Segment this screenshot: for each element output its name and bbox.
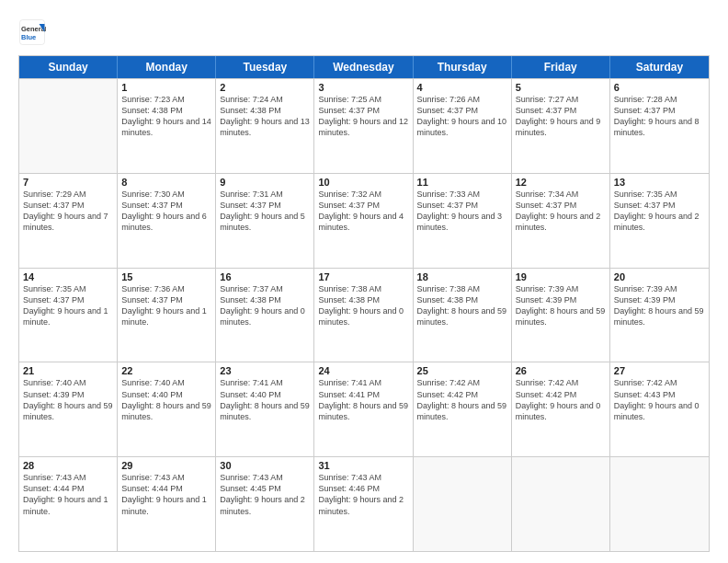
day-number: 27 [614, 365, 705, 376]
day-info: Sunrise: 7:35 AMSunset: 4:37 PMDaylight:… [614, 189, 705, 234]
header-thursday: Thursday [414, 56, 512, 78]
day-number: 2 [220, 82, 310, 93]
day-number: 13 [614, 177, 705, 188]
day-info: Sunrise: 7:25 AMSunset: 4:37 PMDaylight:… [318, 94, 408, 139]
day-number: 21 [23, 365, 113, 376]
day-number: 19 [516, 271, 606, 282]
day-number: 10 [318, 177, 408, 188]
calendar-cell: 13Sunrise: 7:35 AMSunset: 4:37 PMDayligh… [610, 174, 709, 268]
day-number: 16 [220, 271, 310, 282]
calendar-cell: 16Sunrise: 7:37 AMSunset: 4:38 PMDayligh… [216, 269, 314, 362]
header-friday: Friday [512, 56, 610, 78]
day-number: 30 [220, 460, 310, 471]
day-number: 25 [417, 365, 507, 376]
day-info: Sunrise: 7:39 AMSunset: 4:39 PMDaylight:… [614, 283, 705, 328]
header-monday: Monday [118, 56, 216, 78]
day-number: 23 [220, 365, 310, 376]
calendar-cell: 7Sunrise: 7:29 AMSunset: 4:37 PMDaylight… [19, 174, 118, 268]
calendar-row-2: 7Sunrise: 7:29 AMSunset: 4:37 PMDaylight… [19, 173, 709, 268]
day-info: Sunrise: 7:42 AMSunset: 4:43 PMDaylight:… [614, 377, 705, 422]
day-info: Sunrise: 7:42 AMSunset: 4:42 PMDaylight:… [417, 377, 507, 422]
calendar-row-3: 14Sunrise: 7:35 AMSunset: 4:37 PMDayligh… [19, 268, 709, 362]
calendar-cell: 26Sunrise: 7:42 AMSunset: 4:42 PMDayligh… [512, 362, 610, 456]
calendar-cell: 3Sunrise: 7:25 AMSunset: 4:37 PMDaylight… [314, 79, 413, 173]
header-wednesday: Wednesday [314, 56, 413, 78]
calendar-cell [610, 457, 709, 551]
calendar-cell: 9Sunrise: 7:31 AMSunset: 4:37 PMDaylight… [216, 174, 314, 268]
calendar-row-1: 1Sunrise: 7:23 AMSunset: 4:38 PMDaylight… [19, 78, 709, 173]
calendar-cell: 19Sunrise: 7:39 AMSunset: 4:39 PMDayligh… [512, 269, 610, 362]
calendar-cell: 31Sunrise: 7:43 AMSunset: 4:46 PMDayligh… [314, 457, 413, 551]
day-info: Sunrise: 7:28 AMSunset: 4:37 PMDaylight:… [614, 94, 705, 139]
calendar-cell: 5Sunrise: 7:27 AMSunset: 4:37 PMDaylight… [512, 79, 610, 173]
day-number: 5 [516, 82, 606, 93]
calendar-cell: 29Sunrise: 7:43 AMSunset: 4:44 PMDayligh… [118, 457, 216, 551]
day-number: 1 [121, 82, 211, 93]
calendar-cell: 14Sunrise: 7:35 AMSunset: 4:37 PMDayligh… [19, 269, 118, 362]
calendar-header: Sunday Monday Tuesday Wednesday Thursday… [19, 56, 709, 78]
page: General Blue Sunday Monday Tuesday Wedne… [0, 0, 728, 563]
day-info: Sunrise: 7:34 AMSunset: 4:37 PMDaylight:… [516, 189, 606, 234]
day-info: Sunrise: 7:38 AMSunset: 4:38 PMDaylight:… [318, 283, 408, 328]
day-info: Sunrise: 7:41 AMSunset: 4:40 PMDaylight:… [220, 377, 310, 422]
day-info: Sunrise: 7:41 AMSunset: 4:41 PMDaylight:… [318, 377, 408, 422]
day-number: 26 [516, 365, 606, 376]
calendar-cell: 6Sunrise: 7:28 AMSunset: 4:37 PMDaylight… [610, 79, 709, 173]
calendar-cell: 8Sunrise: 7:30 AMSunset: 4:37 PMDaylight… [118, 174, 216, 268]
day-number: 28 [23, 460, 113, 471]
day-info: Sunrise: 7:39 AMSunset: 4:39 PMDaylight:… [516, 283, 606, 328]
day-number: 12 [516, 177, 606, 188]
calendar-cell: 10Sunrise: 7:32 AMSunset: 4:37 PMDayligh… [314, 174, 413, 268]
day-number: 18 [417, 271, 507, 282]
calendar: Sunday Monday Tuesday Wednesday Thursday… [18, 55, 710, 552]
header-saturday: Saturday [610, 56, 709, 78]
day-info: Sunrise: 7:27 AMSunset: 4:37 PMDaylight:… [516, 94, 606, 139]
day-info: Sunrise: 7:23 AMSunset: 4:38 PMDaylight:… [121, 94, 211, 139]
day-info: Sunrise: 7:43 AMSunset: 4:46 PMDaylight:… [318, 472, 408, 517]
day-info: Sunrise: 7:35 AMSunset: 4:37 PMDaylight:… [23, 283, 113, 328]
day-number: 3 [318, 82, 408, 93]
day-number: 6 [614, 82, 705, 93]
calendar-row-4: 21Sunrise: 7:40 AMSunset: 4:39 PMDayligh… [19, 362, 709, 456]
day-number: 14 [23, 271, 113, 282]
day-number: 7 [23, 177, 113, 188]
calendar-cell: 18Sunrise: 7:38 AMSunset: 4:38 PMDayligh… [414, 269, 512, 362]
calendar-cell [19, 79, 118, 173]
day-info: Sunrise: 7:37 AMSunset: 4:38 PMDaylight:… [220, 283, 310, 328]
calendar-cell: 11Sunrise: 7:33 AMSunset: 4:37 PMDayligh… [414, 174, 512, 268]
calendar-cell: 4Sunrise: 7:26 AMSunset: 4:37 PMDaylight… [414, 79, 512, 173]
calendar-cell: 25Sunrise: 7:42 AMSunset: 4:42 PMDayligh… [414, 362, 512, 456]
calendar-cell [512, 457, 610, 551]
calendar-cell: 23Sunrise: 7:41 AMSunset: 4:40 PMDayligh… [216, 362, 314, 456]
day-info: Sunrise: 7:43 AMSunset: 4:44 PMDaylight:… [23, 472, 113, 517]
day-info: Sunrise: 7:33 AMSunset: 4:37 PMDaylight:… [417, 189, 507, 234]
day-number: 15 [121, 271, 211, 282]
day-info: Sunrise: 7:30 AMSunset: 4:37 PMDaylight:… [121, 189, 211, 234]
calendar-cell [414, 457, 512, 551]
day-number: 8 [121, 177, 211, 188]
calendar-cell: 27Sunrise: 7:42 AMSunset: 4:43 PMDayligh… [610, 362, 709, 456]
calendar-cell: 24Sunrise: 7:41 AMSunset: 4:41 PMDayligh… [314, 362, 413, 456]
calendar-cell: 1Sunrise: 7:23 AMSunset: 4:38 PMDaylight… [118, 79, 216, 173]
day-info: Sunrise: 7:32 AMSunset: 4:37 PMDaylight:… [318, 189, 408, 234]
day-number: 9 [220, 177, 310, 188]
day-info: Sunrise: 7:40 AMSunset: 4:40 PMDaylight:… [121, 377, 211, 422]
calendar-cell: 17Sunrise: 7:38 AMSunset: 4:38 PMDayligh… [314, 269, 413, 362]
day-number: 22 [121, 365, 211, 376]
calendar-cell: 28Sunrise: 7:43 AMSunset: 4:44 PMDayligh… [19, 457, 118, 551]
calendar-cell: 12Sunrise: 7:34 AMSunset: 4:37 PMDayligh… [512, 174, 610, 268]
logo-icon: General Blue [18, 18, 46, 46]
day-info: Sunrise: 7:24 AMSunset: 4:38 PMDaylight:… [220, 94, 310, 139]
calendar-cell: 15Sunrise: 7:36 AMSunset: 4:37 PMDayligh… [118, 269, 216, 362]
day-info: Sunrise: 7:29 AMSunset: 4:37 PMDaylight:… [23, 189, 113, 234]
day-info: Sunrise: 7:31 AMSunset: 4:37 PMDaylight:… [220, 189, 310, 234]
day-number: 24 [318, 365, 408, 376]
day-number: 20 [614, 271, 705, 282]
calendar-body: 1Sunrise: 7:23 AMSunset: 4:38 PMDaylight… [19, 78, 709, 551]
svg-text:Blue: Blue [21, 33, 36, 41]
day-info: Sunrise: 7:43 AMSunset: 4:44 PMDaylight:… [121, 472, 211, 517]
day-info: Sunrise: 7:42 AMSunset: 4:42 PMDaylight:… [516, 377, 606, 422]
day-number: 4 [417, 82, 507, 93]
day-number: 29 [121, 460, 211, 471]
day-number: 31 [318, 460, 408, 471]
